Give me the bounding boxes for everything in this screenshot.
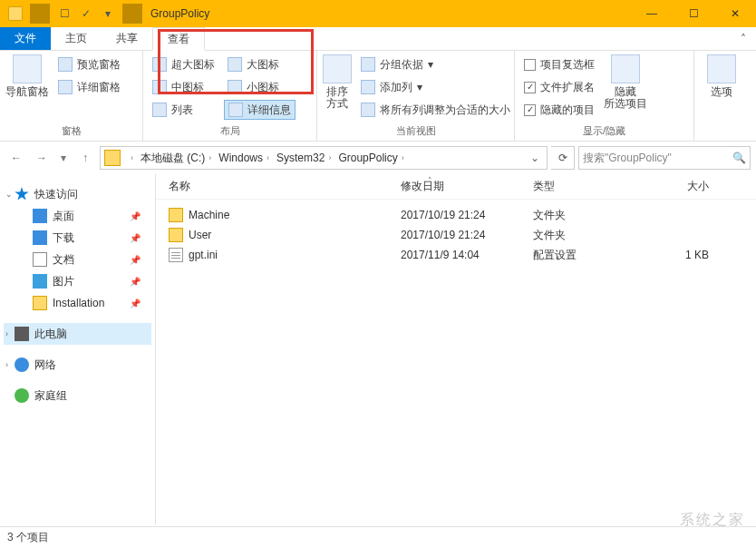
col-date-label: 修改日期 xyxy=(401,179,444,194)
refresh-button[interactable]: ⟳ xyxy=(551,146,575,170)
nav-label: Installation xyxy=(53,297,104,309)
nav-item-installation[interactable]: Installation📌 xyxy=(4,292,151,314)
addcol-button[interactable]: 添加列 ▾ xyxy=(357,77,514,97)
address-dropdown[interactable]: ⌄ xyxy=(525,152,545,164)
groupby-button[interactable]: 分组依据 ▾ xyxy=(357,54,514,74)
download-icon xyxy=(33,230,47,245)
nav-item-desktop[interactable]: 桌面📌 xyxy=(4,205,151,227)
chevron-down-icon: ▾ xyxy=(417,81,422,93)
hide-selected-button[interactable]: 隐藏 所选项目 xyxy=(604,54,647,110)
nav-label: 文档 xyxy=(53,252,74,268)
nav-this-pc[interactable]: ›此电脑 xyxy=(4,323,151,345)
breadcrumb-item[interactable]: System32› xyxy=(274,147,334,169)
pin-icon: 📌 xyxy=(130,211,141,221)
ribbon-tabs: 文件 主页 共享 查看 ˄ xyxy=(0,27,756,51)
file-size: 1 KB xyxy=(638,249,720,261)
breadcrumb-item[interactable]: Windows› xyxy=(216,147,272,169)
breadcrumb[interactable]: › 本地磁盘 (C:)› Windows› System32› GroupPol… xyxy=(100,146,548,170)
group-layout-label: 布局 xyxy=(143,124,316,141)
network-icon xyxy=(15,357,29,372)
layout-l-button[interactable]: 大图标 xyxy=(224,54,296,74)
sort-icon xyxy=(323,54,352,83)
layout-l-label: 大图标 xyxy=(247,57,279,73)
pc-icon xyxy=(15,327,29,341)
nav-homegroup[interactable]: 家庭组 xyxy=(4,385,151,406)
minimize-button[interactable]: — xyxy=(631,0,673,27)
ribbon-collapse-button[interactable]: ˄ xyxy=(731,27,756,50)
group-show-hide: 项目复选框 ✓文件扩展名 ✓隐藏的项目 隐藏 所选项目 显示/隐藏 xyxy=(515,51,694,141)
folder-icon xyxy=(33,296,47,310)
ribbon: 导航窗格 预览窗格 详细窗格 窗格 超大图标 中图标 列表 大图标 小图标 详细… xyxy=(0,51,756,142)
navigation-pane: ⌄快速访问 桌面📌 下载📌 文档📌 图片📌 Installation📌 ›此电脑… xyxy=(0,174,156,524)
layout-detail-button[interactable]: 详细信息 xyxy=(224,100,296,120)
layout-list-label: 列表 xyxy=(171,103,193,118)
qat-divider-2 xyxy=(122,4,142,24)
breadcrumb-item[interactable]: 本地磁盘 (C:)› xyxy=(138,147,214,169)
hide-selected-label: 隐藏 所选项目 xyxy=(604,86,647,110)
file-name: Machine xyxy=(189,209,229,221)
tab-view[interactable]: 查看 xyxy=(152,27,205,51)
maximize-button[interactable]: ☐ xyxy=(673,0,714,27)
pin-icon: 📌 xyxy=(130,233,141,243)
history-dropdown[interactable]: ▾ xyxy=(56,147,71,169)
forward-button[interactable]: → xyxy=(31,147,53,169)
close-button[interactable]: ✕ xyxy=(714,0,756,27)
nav-item-downloads[interactable]: 下载📌 xyxy=(4,227,151,249)
group-show-hide-label: 显示/隐藏 xyxy=(515,124,693,141)
back-button[interactable]: ← xyxy=(5,147,27,169)
table-row[interactable]: gpt.ini 2017/11/9 14:04 配置设置 1 KB xyxy=(156,245,756,265)
layout-s-button[interactable]: 小图标 xyxy=(224,77,296,97)
nav-label: 桌面 xyxy=(53,209,74,224)
fit-icon xyxy=(361,103,375,117)
breadcrumb-item[interactable]: GroupPolicy› xyxy=(335,147,406,169)
tab-share[interactable]: 共享 xyxy=(102,27,152,50)
file-name: User xyxy=(189,229,211,241)
sort-button[interactable]: 排序方式 xyxy=(323,54,352,110)
checkbox-icon xyxy=(524,59,536,71)
breadcrumb-root-chevron[interactable]: › xyxy=(124,147,136,169)
nav-quick-access[interactable]: ⌄快速访问 xyxy=(4,183,151,205)
nav-label: 图片 xyxy=(53,274,74,289)
options-button[interactable]: 选项 xyxy=(700,54,743,98)
preview-pane-button[interactable]: 预览窗格 xyxy=(54,54,124,74)
nav-network[interactable]: ›网络 xyxy=(4,354,151,376)
layout-xl-button[interactable]: 超大图标 xyxy=(149,54,218,74)
layout-m-button[interactable]: 中图标 xyxy=(149,77,218,97)
table-row[interactable]: User 2017/10/19 21:24 文件夹 xyxy=(156,225,756,245)
fit-cols-button[interactable]: 将所有列调整为合适的大小 xyxy=(357,100,514,120)
pin-icon: 📌 xyxy=(130,277,141,287)
tab-file[interactable]: 文件 xyxy=(0,27,51,50)
ext-toggle[interactable]: ✓文件扩展名 xyxy=(520,77,598,97)
col-type[interactable]: 类型 xyxy=(533,179,638,194)
drive-icon xyxy=(104,150,121,166)
qat-divider xyxy=(30,4,50,24)
layout-list-button[interactable]: 列表 xyxy=(149,100,218,120)
qat-properties-icon[interactable]: ☐ xyxy=(54,4,74,24)
search-input[interactable]: 搜索"GroupPolicy" 🔍 xyxy=(578,146,751,170)
nav-pane-button[interactable]: 导航窗格 xyxy=(5,54,49,98)
pin-icon: 📌 xyxy=(130,255,141,265)
preview-pane-label: 预览窗格 xyxy=(77,57,121,73)
up-button[interactable]: ↑ xyxy=(74,147,96,169)
ext-label: 文件扩展名 xyxy=(540,80,595,95)
details-pane-button[interactable]: 详细窗格 xyxy=(54,77,124,97)
qat-new-folder-icon[interactable]: ✓ xyxy=(76,4,96,24)
table-row[interactable]: Machine 2017/10/19 21:24 文件夹 xyxy=(156,205,756,225)
nav-label: 快速访问 xyxy=(34,187,78,202)
options-icon xyxy=(707,54,736,83)
checkboxes-toggle[interactable]: 项目复选框 xyxy=(520,54,598,74)
m-icon xyxy=(152,80,167,94)
col-name[interactable]: 名称˄ xyxy=(169,179,401,194)
star-icon xyxy=(15,187,29,201)
ini-file-icon xyxy=(169,248,183,262)
nav-item-pictures[interactable]: 图片📌 xyxy=(4,270,151,292)
status-bar: 3 个项目 xyxy=(0,526,756,548)
tab-home[interactable]: 主页 xyxy=(51,27,102,50)
qat-dropdown-icon[interactable]: ▾ xyxy=(98,4,118,24)
col-date[interactable]: 修改日期 xyxy=(401,179,533,194)
nav-item-documents[interactable]: 文档📌 xyxy=(4,249,151,270)
file-type: 文件夹 xyxy=(533,228,638,243)
breadcrumb-label: Windows xyxy=(218,152,263,164)
col-size[interactable]: 大小 xyxy=(638,179,720,194)
hidden-toggle[interactable]: ✓隐藏的项目 xyxy=(520,100,598,120)
